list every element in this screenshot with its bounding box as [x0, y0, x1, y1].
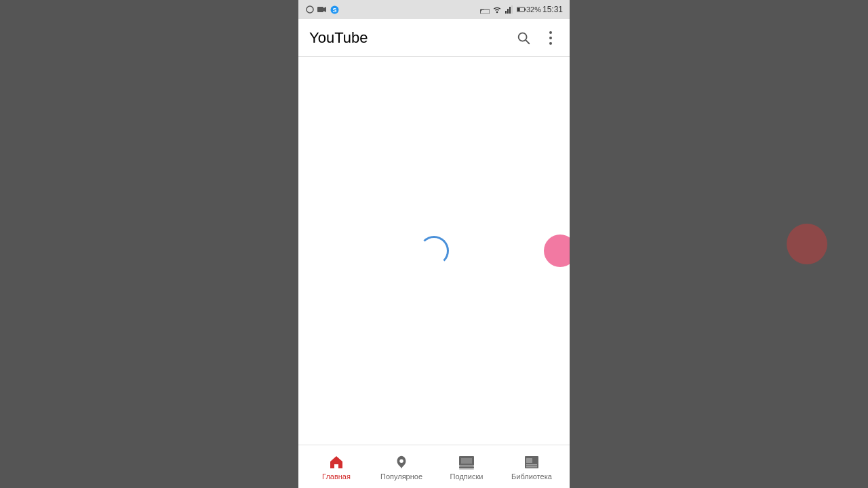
status-cast-icon	[480, 5, 490, 14]
svg-point-7	[496, 12, 498, 14]
svg-point-19	[549, 42, 552, 45]
svg-point-20	[399, 459, 403, 463]
svg-rect-26	[526, 458, 532, 463]
svg-rect-11	[511, 5, 513, 14]
nav-item-trending[interactable]: Популярное	[369, 449, 434, 485]
svg-point-18	[549, 37, 552, 39]
nav-item-home[interactable]: Главная	[304, 449, 369, 485]
status-signal-icon	[505, 5, 514, 14]
library-icon	[523, 453, 540, 471]
bottom-nav: Главная Популярное Подписк	[298, 445, 570, 488]
nav-item-library[interactable]: Библиотека	[499, 449, 564, 485]
svg-rect-24	[459, 468, 474, 470]
svg-line-16	[526, 40, 529, 43]
svg-rect-22	[461, 458, 472, 464]
search-button[interactable]	[515, 30, 532, 46]
main-content	[298, 57, 570, 445]
svg-rect-23	[459, 466, 474, 468]
nav-label-subscriptions: Подписки	[450, 472, 484, 481]
status-video-icon	[317, 5, 327, 14]
svg-rect-13	[525, 8, 526, 10]
status-wifi-icon	[492, 5, 502, 14]
status-bar: S	[298, 0, 570, 19]
app-title: YouTube	[309, 29, 368, 47]
svg-point-6	[480, 13, 481, 14]
fab-button[interactable]	[544, 235, 570, 267]
phone-frame: S	[298, 0, 570, 488]
svg-point-0	[307, 6, 313, 13]
subscriptions-icon	[458, 453, 475, 471]
svg-rect-8	[505, 11, 507, 14]
app-bar: YouTube	[298, 19, 570, 57]
bg-fab-right	[787, 224, 827, 264]
svg-text:S: S	[332, 7, 336, 14]
status-time: 15:31	[541, 5, 563, 14]
svg-marker-2	[323, 7, 326, 12]
svg-rect-14	[517, 8, 520, 12]
app-bar-icons	[515, 30, 559, 46]
trending-icon	[393, 453, 410, 471]
status-skype-icon: S	[330, 5, 339, 14]
nav-label-home: Главная	[322, 472, 351, 481]
svg-rect-10	[509, 7, 511, 14]
background-right	[570, 0, 868, 488]
nav-label-library: Библиотека	[511, 472, 552, 481]
nav-item-subscriptions[interactable]: Подписки	[434, 449, 499, 485]
svg-point-17	[549, 31, 552, 34]
loading-spinner	[419, 236, 449, 266]
background-left	[0, 0, 298, 488]
svg-rect-28	[526, 466, 537, 468]
status-bar-left: S	[305, 5, 339, 14]
nav-label-trending: Популярное	[380, 472, 422, 481]
svg-rect-9	[507, 9, 509, 14]
status-battery-text: 32%	[529, 5, 538, 14]
status-circle-icon	[305, 5, 315, 14]
status-bar-right: 32% 15:31	[480, 5, 563, 14]
home-icon	[328, 453, 345, 471]
svg-rect-27	[526, 464, 537, 466]
status-battery-icon	[517, 5, 526, 14]
more-options-button[interactable]	[542, 30, 559, 46]
svg-rect-1	[317, 7, 323, 12]
